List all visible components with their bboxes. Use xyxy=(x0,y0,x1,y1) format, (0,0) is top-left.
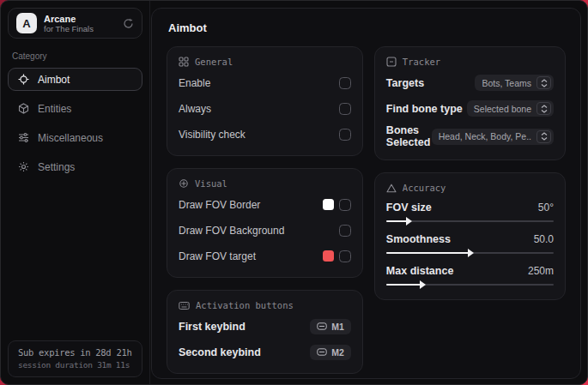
sidebar-item-label: Entities xyxy=(38,103,71,115)
setting-row: Draw FOV target xyxy=(179,246,351,266)
setting-label: FOV size xyxy=(386,202,432,214)
keybind-value: M1 xyxy=(331,322,344,332)
setting-row: Bones Selected Head, Neck, Body, Pe.. xyxy=(386,124,554,148)
general-card: General Enable Always Visibility check xyxy=(167,46,363,156)
sync-icon[interactable] xyxy=(123,18,134,29)
accuracy-card: Accuracy FOV size 50° xyxy=(374,172,566,300)
setting-label: Second keybind xyxy=(179,346,261,358)
keybind-value: M2 xyxy=(331,347,344,358)
max-distance-slider[interactable] xyxy=(386,281,554,288)
draw-fov-border-checkbox[interactable] xyxy=(339,199,351,211)
slider-thumb[interactable] xyxy=(406,217,412,226)
setting-label: Find bone type xyxy=(386,103,463,115)
slider-thumb[interactable] xyxy=(420,280,426,289)
setting-row: Targets Bots, Teams xyxy=(386,73,554,93)
category-label: Category xyxy=(12,51,138,61)
setting-row: Find bone type Selected bone xyxy=(386,99,554,118)
setting-label: Targets xyxy=(386,77,424,89)
keyboard-icon xyxy=(179,301,190,310)
setting-row: Visibility check xyxy=(179,124,351,144)
app-window: A Arcane for The Finals Category Aimbot xyxy=(0,0,588,385)
cube-icon xyxy=(18,103,29,114)
sliders-icon xyxy=(18,132,29,143)
max-distance-value: 250m xyxy=(528,265,554,277)
sidebar-item-entities[interactable]: Entities xyxy=(8,97,142,120)
sidebar-item-aimbot[interactable]: Aimbot xyxy=(8,68,142,91)
draw-fov-background-checkbox[interactable] xyxy=(339,225,351,237)
setting-row: Always xyxy=(179,99,351,118)
dropdown-value: Bots, Teams xyxy=(482,78,531,88)
targets-dropdown[interactable]: Bots, Teams xyxy=(475,75,554,91)
app-logo: A xyxy=(16,13,37,33)
dropdown-value: Head, Neck, Body, Pe.. xyxy=(439,131,531,141)
app-header: A Arcane for The Finals xyxy=(8,8,142,39)
setting-label: Enable xyxy=(179,77,210,89)
setting-row: Draw FOV Background xyxy=(179,220,351,240)
card-title: Tracker xyxy=(403,57,440,67)
main-panel: Aimbot General Enable xyxy=(151,8,581,379)
bones-selected-dropdown[interactable]: Head, Neck, Body, Pe.. xyxy=(432,129,554,145)
always-checkbox[interactable] xyxy=(339,103,351,115)
app-title-block: Arcane for The Finals xyxy=(44,14,94,33)
setting-row: First keybind M1 xyxy=(179,316,351,336)
setting-row: FOV size 50° xyxy=(386,202,554,225)
sidebar-item-label: Miscellaneous xyxy=(38,132,103,144)
sub-expiry-text: Sub expires in 28d 21h xyxy=(18,347,132,358)
draw-fov-target-checkbox[interactable] xyxy=(339,250,351,262)
smoothness-slider[interactable] xyxy=(386,250,554,256)
setting-row: Smoothness 50.0 xyxy=(386,233,554,256)
setting-label: Draw FOV Border xyxy=(179,199,260,211)
setting-label: Bones Selected xyxy=(386,124,432,148)
sidebar-item-label: Settings xyxy=(38,161,75,173)
second-keybind-button[interactable]: M2 xyxy=(310,345,351,360)
focus-icon xyxy=(179,178,189,189)
setting-label: Smoothness xyxy=(386,233,451,245)
card-title: Accuracy xyxy=(403,183,446,193)
page-title: Aimbot xyxy=(168,21,566,34)
setting-label: Draw FOV Background xyxy=(179,225,284,237)
setting-row: Max distance 250m xyxy=(386,265,554,288)
smoothness-value: 50.0 xyxy=(534,233,554,245)
enable-checkbox[interactable] xyxy=(339,77,351,89)
app-subtitle: for The Finals xyxy=(44,24,94,33)
activation-card: Activation buttons First keybind M1 xyxy=(167,290,363,374)
tracker-card: Tracker Targets Bots, Teams xyxy=(374,46,566,160)
chevrons-up-down-icon xyxy=(536,76,551,89)
chevrons-up-down-icon xyxy=(536,130,551,143)
square-minus-icon xyxy=(386,57,397,67)
card-title: Visual xyxy=(195,178,227,189)
sidebar: A Arcane for The Finals Category Aimbot xyxy=(1,1,150,384)
setting-label: Max distance xyxy=(386,265,454,277)
crosshair-icon xyxy=(18,74,29,85)
visual-card: Visual Draw FOV Border Draw FOV Backgrou… xyxy=(167,168,363,278)
first-keybind-button[interactable]: M1 xyxy=(310,319,351,334)
setting-row: Second keybind M2 xyxy=(179,342,351,362)
session-duration-text: session duration 31m 11s xyxy=(18,360,132,370)
grid-icon xyxy=(179,57,189,67)
setting-label: Draw FOV target xyxy=(179,250,256,262)
chevrons-up-down-icon xyxy=(536,102,551,115)
sidebar-item-settings[interactable]: Settings xyxy=(8,155,142,178)
dropdown-value: Selected bone xyxy=(474,104,531,114)
card-title: General xyxy=(195,57,233,67)
fov-size-slider[interactable] xyxy=(386,218,554,225)
desktop-backdrop: A Arcane for The Finals Category Aimbot xyxy=(0,0,588,385)
mouse-icon xyxy=(317,348,327,356)
fov-border-color-swatch[interactable] xyxy=(323,199,334,210)
fov-size-value: 50° xyxy=(538,202,554,214)
visibility-check-checkbox[interactable] xyxy=(339,129,351,141)
setting-row: Draw FOV Border xyxy=(179,195,351,214)
fov-target-color-swatch[interactable] xyxy=(323,250,334,262)
setting-label: Always xyxy=(179,103,211,115)
mouse-icon xyxy=(317,322,327,330)
card-title: Activation buttons xyxy=(196,300,294,310)
find-bone-type-dropdown[interactable]: Selected bone xyxy=(467,100,554,117)
gear-icon xyxy=(18,161,29,172)
setting-label: Visibility check xyxy=(179,129,246,141)
subscription-info: Sub expires in 28d 21h session duration … xyxy=(8,340,142,377)
setting-row: Enable xyxy=(179,73,351,93)
slider-thumb[interactable] xyxy=(468,249,474,257)
setting-label: First keybind xyxy=(179,321,246,333)
app-name: Arcane xyxy=(44,14,94,24)
sidebar-item-miscellaneous[interactable]: Miscellaneous xyxy=(8,126,142,149)
